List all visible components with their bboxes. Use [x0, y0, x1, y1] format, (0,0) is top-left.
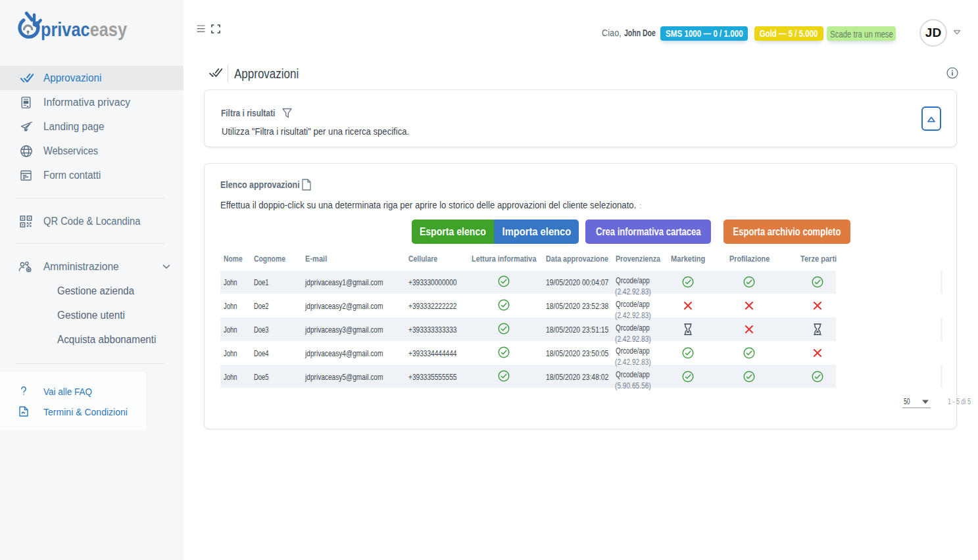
svg-text:privaceasy: privaceasy — [41, 18, 127, 40]
